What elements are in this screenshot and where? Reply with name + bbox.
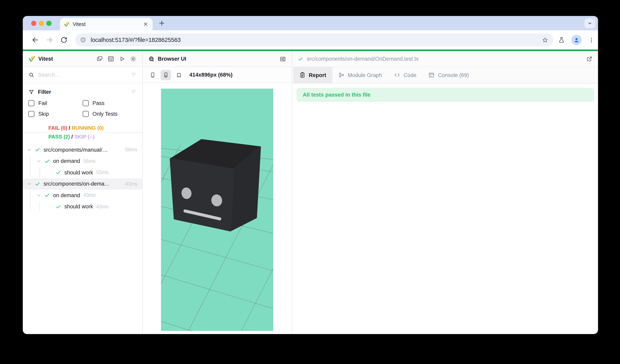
test-row[interactable]: should work55ms	[23, 167, 142, 178]
checkbox[interactable]	[82, 100, 89, 106]
test-tree: src/components/manual/…56mson demand56ms…	[23, 142, 142, 212]
clear-filters-icon[interactable]	[131, 89, 137, 95]
search-input[interactable]: Search...	[23, 67, 142, 83]
tests-passed-banner: All tests passed in this file	[296, 88, 594, 102]
close-tab-icon[interactable]	[143, 21, 149, 27]
chevron-down-icon[interactable]	[27, 147, 32, 152]
tab-module-graph[interactable]: Module Graph	[332, 67, 388, 83]
chevron-down-icon[interactable]	[36, 193, 42, 198]
report-panel-header: src/components/on-demand/OnDemand.test.t…	[292, 51, 598, 67]
banner-text: All tests passed in this file	[303, 92, 371, 98]
vitest-favicon-icon	[64, 21, 70, 27]
search-icon	[28, 72, 34, 78]
run-all-icon[interactable]	[119, 56, 125, 62]
tab-strip: Vitest	[23, 16, 598, 30]
flask-icon[interactable]	[558, 37, 565, 43]
tab-label: Report	[309, 72, 326, 78]
suite-row[interactable]: on demand56ms	[23, 156, 142, 167]
minimize-window-button[interactable]	[39, 21, 44, 26]
collapse-panel-icon[interactable]	[280, 56, 286, 62]
dashboard-icon[interactable]	[108, 56, 114, 62]
tab-search-button[interactable]	[584, 18, 595, 28]
chevron-down-icon[interactable]	[36, 159, 42, 164]
tablet-icon	[176, 72, 182, 78]
device-phone-add-button[interactable]	[161, 70, 171, 80]
summary-line-2: PASS (2) / SKIP (--)	[48, 132, 104, 141]
checkbox-label: Skip	[38, 111, 49, 117]
globe-icon	[148, 56, 155, 62]
duration-badge: 43ms	[125, 181, 138, 187]
browser-ui-panel: Browser UI 414x896px (68%)	[143, 51, 292, 334]
robot-cube	[170, 140, 260, 231]
screen: Vitest localhost:5173/#/?file=1828625563	[0, 0, 620, 364]
duration-badge: 43ms	[83, 193, 95, 198]
test-label: should work	[64, 170, 93, 176]
duration-badge: 55ms	[96, 170, 108, 175]
device-tablet-button[interactable]	[174, 70, 184, 80]
vitest-app: Vitest Search... Filter FailPassSkipOnly	[23, 51, 598, 334]
filter-options: FailPassSkipOnly Tests	[28, 100, 137, 117]
filter-checkbox-pass[interactable]: Pass	[82, 100, 137, 106]
sidebar-header: Vitest	[23, 51, 142, 67]
summary-line-1: FAIL (0) / RUNNING (0)	[48, 124, 104, 132]
phone-plus-icon	[163, 72, 169, 78]
report-icon	[299, 72, 306, 78]
file-row[interactable]: src/components/on-dema…43ms	[23, 178, 142, 189]
checkbox-label: Pass	[93, 100, 105, 106]
browser-tab[interactable]: Vitest	[60, 18, 153, 30]
browser-window: Vitest localhost:5173/#/?file=1828625563	[23, 16, 598, 334]
filter-checkbox-only-tests[interactable]: Only Tests	[82, 111, 137, 117]
filter-label: Filter	[38, 89, 131, 95]
test-row[interactable]: should work43ms	[23, 201, 142, 212]
url-text: localhost:5173/#/?file=1828625563	[91, 37, 542, 43]
filter-section: Filter FailPassSkipOnly Tests	[23, 83, 142, 122]
app-title: Vitest	[38, 56, 53, 62]
checkbox[interactable]	[82, 111, 89, 117]
browser-panel-header: Browser UI	[143, 51, 292, 67]
filter-checkbox-skip[interactable]: Skip	[28, 111, 82, 117]
checkbox[interactable]	[28, 100, 34, 106]
test-label: on demand	[53, 192, 80, 198]
maximize-window-button[interactable]	[46, 21, 51, 26]
tab-report[interactable]: Report	[293, 67, 332, 83]
checkbox[interactable]	[28, 111, 34, 117]
test-label: should work	[64, 204, 93, 210]
check-icon	[35, 181, 40, 187]
tab-code[interactable]: Code	[388, 67, 422, 83]
browser-toolbar: localhost:5173/#/?file=1828625563	[23, 30, 598, 49]
checkbox-label: Fail	[38, 100, 47, 106]
menu-kebab-icon[interactable]	[588, 37, 595, 43]
windows-stack-icon[interactable]	[96, 56, 103, 62]
code-icon	[394, 72, 400, 78]
close-window-button[interactable]	[31, 21, 36, 26]
report-panel: src/components/on-demand/OnDemand.test.t…	[292, 51, 598, 334]
check-icon	[44, 159, 50, 164]
new-tab-button[interactable]	[158, 19, 166, 27]
check-icon	[56, 170, 61, 175]
open-external-icon[interactable]	[587, 56, 592, 62]
check-icon	[56, 204, 61, 210]
search-placeholder: Search...	[38, 72, 131, 78]
tab-label: Console (69)	[438, 72, 469, 78]
reload-icon[interactable]	[60, 36, 68, 44]
chevron-down-icon[interactable]	[27, 181, 32, 187]
browser-preview-canvas[interactable]	[161, 88, 273, 331]
site-info-icon[interactable]	[80, 37, 86, 43]
phone-icon	[149, 72, 156, 78]
duration-badge: 56ms	[125, 147, 138, 153]
device-toolbar: 414x896px (68%)	[143, 67, 292, 83]
filter-checkbox-fail[interactable]: Fail	[28, 100, 82, 106]
back-icon[interactable]	[31, 36, 39, 44]
bookmark-star-icon[interactable]	[542, 37, 548, 43]
url-bar[interactable]: localhost:5173/#/?file=1828625563	[75, 33, 553, 46]
file-row[interactable]: src/components/manual/…56ms	[23, 144, 142, 156]
tab-console-69[interactable]: Console (69)	[422, 67, 475, 83]
suite-row[interactable]: on demand43ms	[23, 189, 142, 201]
profile-avatar[interactable]	[571, 35, 582, 45]
device-phone-button[interactable]	[147, 70, 158, 80]
forward-icon[interactable]	[46, 36, 54, 44]
browser-panel-title: Browser UI	[158, 56, 186, 62]
clear-search-filter-icon[interactable]	[131, 72, 137, 78]
theme-toggle-sun-icon[interactable]	[130, 56, 137, 62]
test-file-path: src/components/on-demand/OnDemand.test.t…	[307, 56, 419, 62]
